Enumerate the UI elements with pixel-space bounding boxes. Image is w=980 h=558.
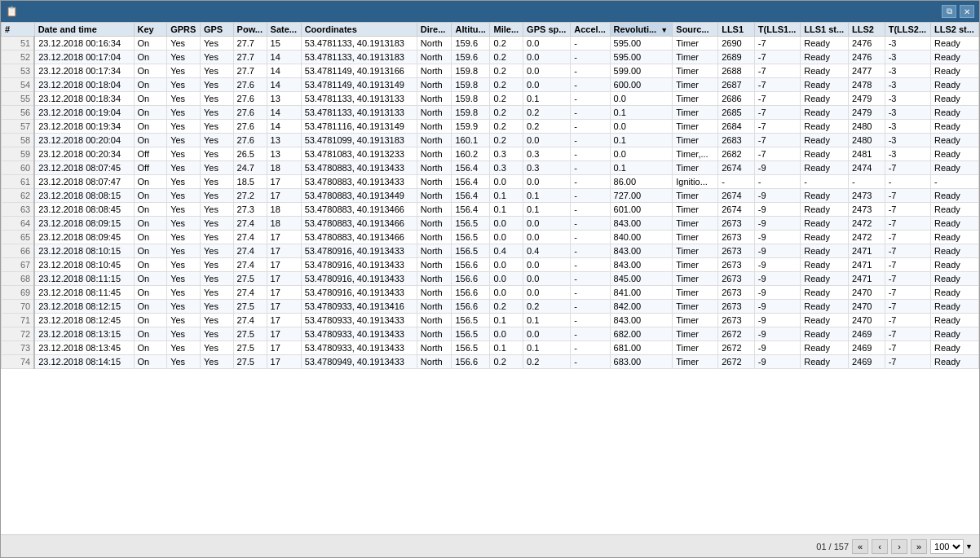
col-num[interactable]: # bbox=[2, 23, 35, 37]
table-row[interactable]: 5823.12.2018 00:20:04OnYesYes27.61353.47… bbox=[2, 134, 979, 147]
cell-lls2_st: Ready bbox=[931, 106, 979, 120]
col-lls1-st[interactable]: LLS1 st... bbox=[801, 23, 849, 37]
table-row[interactable]: 6623.12.2018 08:10:15OnYesYes27.41753.47… bbox=[2, 244, 979, 258]
cell-gps: Yes bbox=[200, 161, 233, 175]
col-altitude[interactable]: Altitu... bbox=[452, 23, 490, 37]
cell-revolutions: 0.1 bbox=[610, 106, 673, 120]
table-row[interactable]: 6423.12.2018 08:09:15OnYesYes27.41853.47… bbox=[2, 217, 979, 231]
cell-coordinates: 53.4781083, 40.1913233 bbox=[301, 147, 417, 161]
table-row[interactable]: 6923.12.2018 08:11:45OnYesYes27.41753.47… bbox=[2, 286, 979, 300]
cell-coordinates: 53.4780933, 40.1913433 bbox=[301, 327, 417, 341]
table-row[interactable]: 6223.12.2018 08:08:15OnYesYes27.21753.47… bbox=[2, 189, 979, 203]
cell-lls2: 2471 bbox=[849, 244, 885, 258]
cell-sate: 17 bbox=[267, 189, 301, 203]
table-row[interactable]: 5223.12.2018 00:17:04OnYesYes27.71453.47… bbox=[2, 51, 979, 64]
table-row[interactable]: 5923.12.2018 00:20:34OffYesYes26.51353.4… bbox=[2, 147, 979, 161]
cell-accel: - bbox=[571, 147, 610, 161]
cell-direction: North bbox=[417, 161, 452, 175]
cell-revolutions: 842.00 bbox=[610, 300, 673, 314]
nav-first-button[interactable]: « bbox=[852, 539, 868, 554]
table-row[interactable]: 5623.12.2018 00:19:04OnYesYes27.61453.47… bbox=[2, 106, 979, 120]
col-sate[interactable]: Sate... bbox=[267, 23, 301, 37]
table-row[interactable]: 6123.12.2018 08:07:47OnYesYes18.51753.47… bbox=[2, 175, 979, 189]
cell-tlls2: -7 bbox=[885, 189, 930, 203]
col-direction[interactable]: Dire... bbox=[417, 23, 452, 37]
table-row[interactable]: 7223.12.2018 08:13:15OnYesYes27.51753.47… bbox=[2, 327, 979, 341]
cell-direction: North bbox=[417, 258, 452, 272]
cell-lls1_st: Ready bbox=[801, 78, 849, 92]
row-number: 73 bbox=[2, 341, 35, 355]
table-row[interactable]: 7323.12.2018 08:13:45OnYesYes27.51753.47… bbox=[2, 341, 979, 355]
col-lls2-st[interactable]: LLS2 st... bbox=[931, 23, 979, 37]
cell-lls1_st: Ready bbox=[801, 286, 849, 300]
col-datetime[interactable]: Date and time bbox=[34, 23, 134, 37]
cell-lls2_st: Ready bbox=[931, 78, 979, 92]
cell-gps: Yes bbox=[200, 120, 233, 134]
cell-direction: North bbox=[417, 175, 452, 189]
page-size-select[interactable]: 100 50 200 bbox=[930, 539, 964, 554]
cell-key: On bbox=[134, 314, 167, 327]
restore-button[interactable]: ⧉ bbox=[942, 5, 956, 18]
cell-tlls2: -7 bbox=[885, 231, 930, 244]
col-power[interactable]: Pow... bbox=[233, 23, 267, 37]
table-row[interactable]: 7023.12.2018 08:12:15OnYesYes27.51753.47… bbox=[2, 300, 979, 314]
title-bar-controls: ⧉ ✕ bbox=[942, 5, 974, 18]
table-row[interactable]: 6523.12.2018 08:09:45OnYesYes27.41753.47… bbox=[2, 231, 979, 244]
table-row[interactable]: 5423.12.2018 00:18:04OnYesYes27.61453.47… bbox=[2, 78, 979, 92]
cell-coordinates: 53.4781133, 40.1913133 bbox=[301, 106, 417, 120]
cell-lls2_st: Ready bbox=[931, 286, 979, 300]
table-row[interactable]: 6023.12.2018 08:07:45OffYesYes24.71853.4… bbox=[2, 161, 979, 175]
table-row[interactable]: 6823.12.2018 08:11:15OnYesYes27.51753.47… bbox=[2, 272, 979, 286]
table-container[interactable]: # Date and time Key GPRS GPS Pow... Sate… bbox=[1, 22, 979, 534]
cell-gps: Yes bbox=[200, 147, 233, 161]
cell-tlls2: -3 bbox=[885, 120, 930, 134]
cell-revolutions: 843.00 bbox=[610, 314, 673, 327]
table-row[interactable]: 6323.12.2018 08:08:45OnYesYes27.31853.47… bbox=[2, 203, 979, 217]
cell-sate: 17 bbox=[267, 258, 301, 272]
col-lls1[interactable]: LLS1 bbox=[718, 23, 755, 37]
col-source[interactable]: Sourc... bbox=[673, 23, 718, 37]
cell-coordinates: 53.4781133, 40.1913133 bbox=[301, 92, 417, 106]
nav-next-button[interactable]: › bbox=[891, 539, 907, 554]
table-row[interactable]: 5723.12.2018 00:19:34OnYesYes27.61453.47… bbox=[2, 120, 979, 134]
table-row[interactable]: 7423.12.2018 08:14:15OnYesYes27.51753.47… bbox=[2, 355, 979, 369]
col-tlls1[interactable]: T(LLS1... bbox=[754, 23, 800, 37]
col-lls2[interactable]: LLS2 bbox=[849, 23, 885, 37]
cell-power: 18.5 bbox=[233, 175, 267, 189]
cell-lls2_st: Ready bbox=[931, 314, 979, 327]
table-row[interactable]: 5123.12.2018 00:16:34OnYesYes27.71553.47… bbox=[2, 37, 979, 51]
cell-gprs: Yes bbox=[167, 217, 201, 231]
table-row[interactable]: 5323.12.2018 00:17:34OnYesYes27.71453.47… bbox=[2, 64, 979, 78]
cell-tlls2: -7 bbox=[885, 341, 930, 355]
col-key[interactable]: Key bbox=[134, 23, 167, 37]
table-row[interactable]: 7123.12.2018 08:12:45OnYesYes27.41753.47… bbox=[2, 314, 979, 327]
cell-source: Timer bbox=[673, 272, 718, 286]
cell-datetime: 23.12.2018 08:08:45 bbox=[34, 203, 134, 217]
col-accel[interactable]: Accel... bbox=[571, 23, 610, 37]
col-mileage[interactable]: Mile... bbox=[490, 23, 523, 37]
cell-coordinates: 53.4780933, 40.1913433 bbox=[301, 341, 417, 355]
col-gps-speed[interactable]: GPS sp... bbox=[523, 23, 571, 37]
cell-gps_speed: 0.0 bbox=[523, 78, 571, 92]
col-tlls2[interactable]: T(LLS2... bbox=[885, 23, 930, 37]
cell-power: 27.7 bbox=[233, 64, 267, 78]
col-gprs[interactable]: GPRS bbox=[167, 23, 201, 37]
col-coordinates[interactable]: Coordinates bbox=[301, 23, 417, 37]
cell-accel: - bbox=[571, 161, 610, 175]
cell-gps_speed: 0.0 bbox=[523, 64, 571, 78]
col-revolutions[interactable]: Revoluti... ▼ bbox=[610, 23, 673, 37]
nav-last-button[interactable]: » bbox=[911, 539, 927, 554]
cell-gps: Yes bbox=[200, 286, 233, 300]
cell-lls2: 2469 bbox=[849, 355, 885, 369]
col-gps[interactable]: GPS bbox=[200, 23, 233, 37]
cell-gprs: Yes bbox=[167, 258, 201, 272]
table-row[interactable]: 6723.12.2018 08:10:45OnYesYes27.41753.47… bbox=[2, 258, 979, 272]
cell-mileage: 0.4 bbox=[490, 244, 523, 258]
table-row[interactable]: 5523.12.2018 00:18:34OnYesYes27.61353.47… bbox=[2, 92, 979, 106]
cell-direction: North bbox=[417, 286, 452, 300]
close-button[interactable]: ✕ bbox=[960, 5, 974, 18]
cell-altitude: 156.5 bbox=[452, 244, 490, 258]
cell-coordinates: 53.4781116, 40.1913149 bbox=[301, 120, 417, 134]
nav-prev-button[interactable]: ‹ bbox=[872, 539, 888, 554]
cell-key: On bbox=[134, 258, 167, 272]
